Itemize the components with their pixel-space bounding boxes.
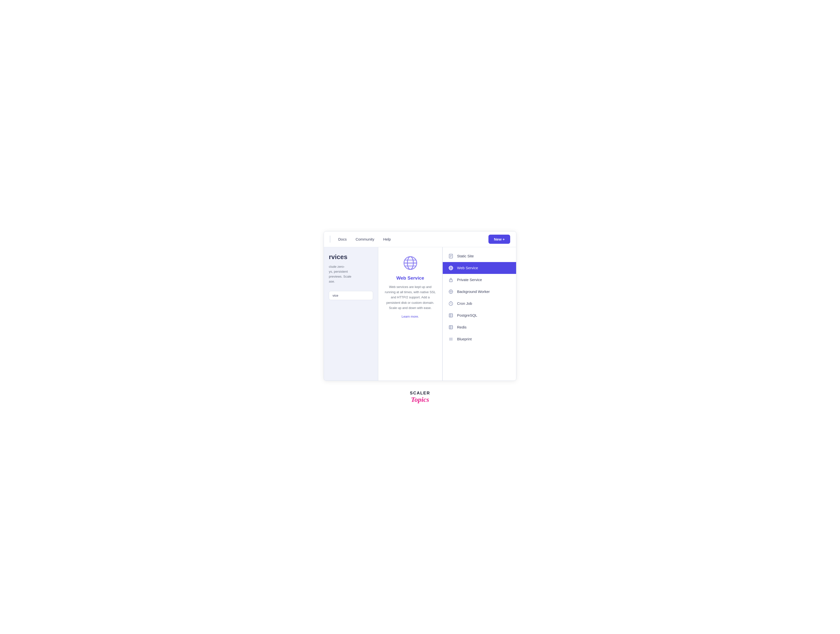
menu-item-postgresql[interactable]: PostgreSQL (443, 309, 516, 321)
dropdown-menu: Static Site Web Service (442, 247, 516, 381)
redis-icon (448, 325, 453, 330)
menu-item-blueprint-label: Blueprint (457, 337, 472, 341)
db-icon (448, 313, 453, 318)
scaler-topics: Topics (411, 396, 429, 403)
menu-item-cron-job-label: Cron Job (457, 301, 472, 306)
svg-rect-32 (449, 325, 453, 329)
scaler-logo: SCALER Topics (410, 391, 430, 403)
web-service-preview-icon (403, 255, 418, 271)
menu-item-background-worker-label: Background Worker (457, 289, 489, 294)
main-wrapper: Docs Community Help New + rvices clude z… (314, 221, 526, 413)
browser-frame: Docs Community Help New + rvices clude z… (324, 231, 516, 381)
menu-item-static-site-label: Static Site (457, 254, 474, 258)
navbar: Docs Community Help New + (324, 232, 516, 247)
preview-learn-more-link[interactable]: Learn more. (401, 315, 419, 319)
menu-item-private-service-label: Private Service (457, 278, 482, 282)
globe-icon (448, 265, 453, 271)
menu-item-redis-label: Redis (457, 325, 466, 329)
nav-link-help[interactable]: Help (379, 235, 395, 243)
menu-item-web-service-label: Web Service (457, 266, 478, 270)
nav-link-community[interactable]: Community (352, 235, 378, 243)
preview-title: Web Service (396, 275, 424, 281)
scaler-wordmark: SCALER (410, 391, 430, 396)
preview-desc: Web services are kept up and running at … (384, 284, 436, 311)
page-icon (448, 253, 453, 259)
new-button[interactable]: New + (488, 235, 510, 244)
svg-point-5 (404, 257, 417, 270)
svg-line-25 (451, 304, 452, 304)
menu-item-cron-job[interactable]: Cron Job (443, 298, 516, 309)
nav-left: Docs Community Help (330, 235, 395, 243)
blueprint-icon (448, 336, 453, 342)
menu-item-web-service[interactable]: Web Service (443, 262, 516, 274)
menu-item-private-service[interactable]: Private Service (443, 274, 516, 286)
menu-item-static-site[interactable]: Static Site (443, 250, 516, 262)
lock-icon (448, 277, 453, 282)
svg-rect-28 (449, 314, 453, 317)
preview-panel: Web Service Web services are kept up and… (378, 247, 442, 381)
nav-link-docs[interactable]: Docs (334, 235, 351, 243)
menu-item-blueprint[interactable]: Blueprint (443, 333, 516, 345)
clock-icon (448, 301, 453, 306)
menu-item-background-worker[interactable]: Background Worker (443, 286, 516, 298)
content-area: rvices clude zero- ys, persistent previe… (324, 247, 516, 381)
left-panel: rvices clude zero- ys, persistent previe… (324, 247, 378, 381)
left-panel-desc: clude zero- ys, persistent previews. Sca… (329, 264, 373, 284)
worker-icon (448, 289, 453, 294)
left-panel-title: rvices (329, 253, 373, 261)
left-panel-card: vice (329, 291, 373, 300)
menu-item-postgresql-label: PostgreSQL (457, 313, 477, 317)
menu-item-redis[interactable]: Redis (443, 321, 516, 333)
nav-divider (330, 236, 330, 243)
svg-point-18 (450, 291, 452, 292)
svg-point-16 (451, 280, 451, 281)
